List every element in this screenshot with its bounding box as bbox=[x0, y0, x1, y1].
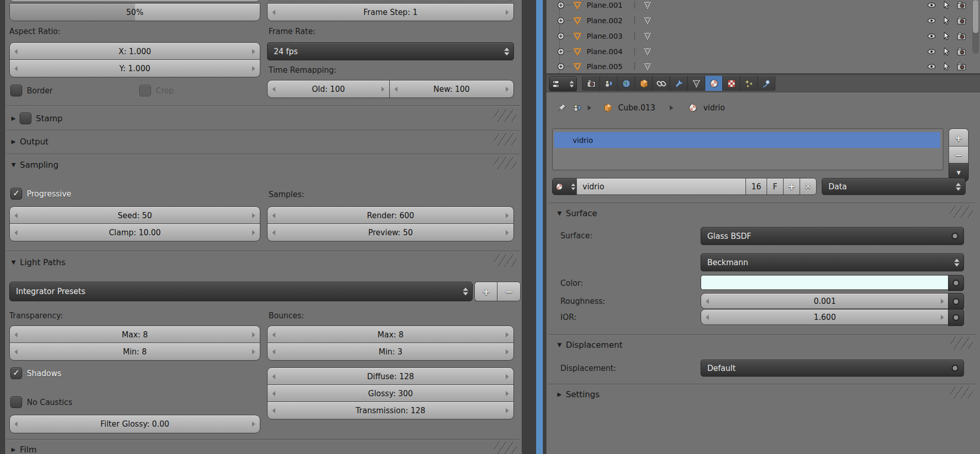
film-panel-header[interactable]: ▶ Film bbox=[11, 445, 37, 454]
expanded-arrow-icon[interactable]: ▼ bbox=[557, 210, 561, 217]
transparency-min-field[interactable]: Min: 8 bbox=[9, 343, 260, 361]
increment-arrow-icon[interactable] bbox=[506, 374, 509, 379]
selectable-cursor-icon[interactable] bbox=[941, 0, 952, 10]
add-preset-button[interactable]: + bbox=[474, 282, 497, 301]
increment-arrow-icon[interactable] bbox=[252, 332, 255, 337]
add-material-slot-button[interactable]: + bbox=[949, 128, 969, 147]
border-checkbox[interactable] bbox=[10, 85, 22, 96]
tab-object[interactable] bbox=[635, 76, 653, 91]
expand-plus-icon[interactable] bbox=[556, 61, 566, 72]
aspect-x-field[interactable]: X: 1.000 bbox=[9, 42, 260, 60]
increment-arrow-icon[interactable] bbox=[506, 408, 509, 413]
frame-rate-dropdown[interactable]: 24 fps bbox=[267, 42, 514, 60]
bounces-min-field[interactable]: Min: 3 bbox=[267, 343, 514, 361]
renderable-camera-icon[interactable] bbox=[956, 0, 967, 10]
decrement-arrow-icon[interactable] bbox=[272, 230, 275, 235]
transmission-bounces-field[interactable]: Transmission: 128 bbox=[267, 401, 514, 419]
crop-checkbox-row[interactable]: Crop bbox=[139, 85, 174, 96]
unlink-material-button[interactable]: ✕ bbox=[800, 178, 817, 195]
tab-scene[interactable] bbox=[600, 76, 618, 91]
object-name[interactable]: Plane.004 bbox=[587, 47, 623, 56]
renderable-camera-icon[interactable] bbox=[956, 15, 967, 26]
panel-drag-grip[interactable] bbox=[494, 254, 517, 267]
surface-shader-button[interactable]: Glass BSDF bbox=[701, 227, 964, 245]
roughness-field[interactable]: 0.001 bbox=[701, 293, 949, 309]
tab-physics[interactable] bbox=[758, 76, 775, 91]
object-name[interactable]: Plane.003 bbox=[587, 32, 623, 40]
roughness-socket-tab[interactable] bbox=[948, 293, 964, 310]
increment-arrow-icon[interactable] bbox=[252, 49, 255, 54]
distribution-dropdown[interactable]: Beckmann bbox=[701, 253, 964, 271]
editor-divider-handle[interactable] bbox=[536, 0, 543, 454]
decrement-arrow-icon[interactable] bbox=[14, 213, 18, 218]
increment-arrow-icon[interactable] bbox=[506, 87, 509, 92]
datablock-source-dropdown[interactable]: Data bbox=[822, 178, 966, 195]
visibility-eye-icon[interactable] bbox=[926, 0, 937, 10]
panel-drag-grip[interactable] bbox=[494, 133, 517, 145]
transparency-max-field[interactable]: Max: 8 bbox=[9, 326, 260, 343]
panel-drag-grip[interactable] bbox=[950, 386, 973, 399]
object-name[interactable]: Plane.005 bbox=[587, 62, 623, 71]
ior-field[interactable]: 1.600 bbox=[701, 309, 949, 325]
light-paths-panel-header[interactable]: ▼ Light Paths bbox=[11, 257, 65, 267]
renderable-camera-icon[interactable] bbox=[956, 61, 967, 72]
decrement-arrow-icon[interactable] bbox=[394, 87, 397, 92]
increment-arrow-icon[interactable] bbox=[941, 299, 944, 304]
surface-panel-header[interactable]: ▼ Surface bbox=[557, 208, 597, 218]
users-count-button[interactable]: 16 bbox=[745, 178, 767, 195]
collapsed-arrow-icon[interactable]: ▶ bbox=[11, 446, 15, 453]
frame-end-field-partial[interactable] bbox=[267, 0, 514, 1]
expand-plus-icon[interactable] bbox=[556, 31, 566, 41]
decrement-arrow-icon[interactable] bbox=[272, 332, 275, 337]
decrement-arrow-icon[interactable] bbox=[272, 349, 275, 354]
stamp-panel-header[interactable]: ▶ Stamp bbox=[11, 112, 62, 124]
collapsed-arrow-icon[interactable]: ▶ bbox=[557, 391, 561, 398]
resolution-percentage-slider[interactable]: 50% bbox=[9, 3, 260, 21]
decrement-arrow-icon[interactable] bbox=[706, 299, 709, 304]
integrator-presets-dropdown[interactable]: Integrator Presets bbox=[9, 282, 473, 301]
visibility-eye-icon[interactable] bbox=[926, 31, 937, 41]
breadcrumb-object-name[interactable]: Cube.013 bbox=[618, 103, 655, 112]
expanded-arrow-icon[interactable]: ▼ bbox=[557, 342, 561, 348]
increment-arrow-icon[interactable] bbox=[252, 349, 255, 354]
preview-samples-field[interactable]: Preview: 50 bbox=[267, 223, 514, 241]
decrement-arrow-icon[interactable] bbox=[14, 332, 18, 337]
expand-plus-icon[interactable] bbox=[556, 0, 566, 10]
stamp-checkbox[interactable] bbox=[20, 112, 31, 124]
new-material-button[interactable]: + bbox=[783, 178, 800, 195]
color-socket-tab[interactable] bbox=[948, 275, 964, 291]
remove-material-slot-button[interactable]: − bbox=[949, 146, 969, 164]
material-name-field[interactable]: vidrio bbox=[576, 178, 746, 195]
tab-render[interactable] bbox=[582, 76, 600, 91]
tab-texture[interactable] bbox=[723, 76, 740, 91]
increment-arrow-icon[interactable] bbox=[506, 213, 509, 218]
visibility-eye-icon[interactable] bbox=[926, 46, 937, 57]
collapsed-arrow-icon[interactable]: ▶ bbox=[11, 115, 15, 122]
tab-constraints[interactable] bbox=[653, 76, 670, 91]
visibility-eye-icon[interactable] bbox=[926, 15, 937, 26]
selectable-cursor-icon[interactable] bbox=[941, 15, 952, 26]
editor-type-selector[interactable] bbox=[549, 76, 577, 91]
tab-modifiers[interactable] bbox=[670, 76, 688, 91]
settings-panel-header[interactable]: ▶ Settings bbox=[557, 390, 600, 399]
displacement-panel-header[interactable]: ▼ Displacement bbox=[557, 340, 622, 350]
decrement-arrow-icon[interactable] bbox=[272, 213, 275, 218]
glossy-bounces-field[interactable]: Glossy: 300 bbox=[267, 384, 514, 402]
panel-drag-grip[interactable] bbox=[494, 109, 517, 122]
increment-arrow-icon[interactable] bbox=[506, 10, 509, 15]
shadows-checkbox-row[interactable]: Shadows bbox=[10, 367, 61, 379]
renderable-camera-icon[interactable] bbox=[956, 31, 967, 41]
scene-icon[interactable] bbox=[572, 103, 583, 113]
decrement-arrow-icon[interactable] bbox=[706, 315, 709, 320]
diffuse-bounces-field[interactable]: Diffuse: 128 bbox=[267, 367, 514, 385]
shadows-checkbox[interactable] bbox=[10, 367, 22, 379]
panel-drag-grip[interactable] bbox=[950, 337, 973, 349]
outliner-row[interactable]: Plane.005 bbox=[550, 59, 980, 73]
no-caustics-checkbox[interactable] bbox=[10, 396, 22, 408]
outliner-scrollbar-thumb[interactable] bbox=[973, 0, 978, 33]
selectable-cursor-icon[interactable] bbox=[941, 31, 952, 41]
decrement-arrow-icon[interactable] bbox=[272, 87, 275, 92]
displacement-method-button[interactable]: Default bbox=[701, 360, 964, 377]
increment-arrow-icon[interactable] bbox=[941, 315, 944, 320]
tab-object-data[interactable] bbox=[688, 76, 705, 91]
